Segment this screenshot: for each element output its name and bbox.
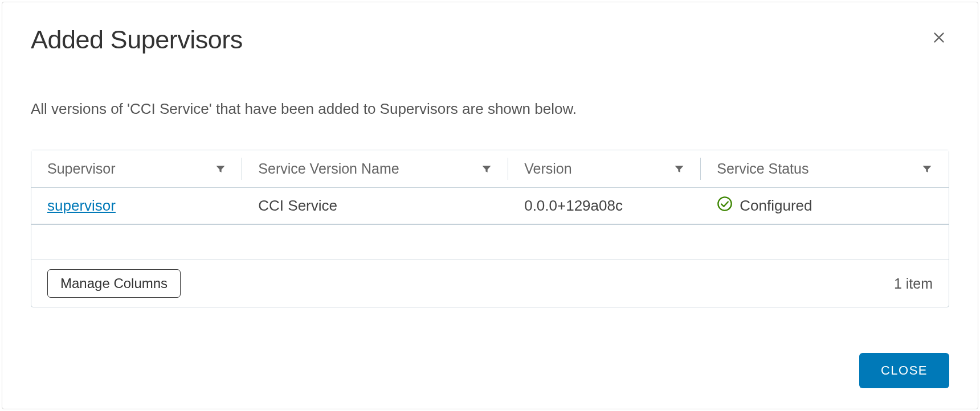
filter-icon[interactable]	[215, 163, 226, 175]
supervisor-link[interactable]: supervisor	[47, 197, 116, 214]
column-header-supervisor[interactable]: Supervisor	[31, 150, 242, 188]
column-label: Service Version Name	[258, 161, 399, 177]
close-button[interactable]: CLOSE	[859, 353, 949, 388]
cell-supervisor: supervisor	[31, 188, 242, 225]
supervisors-table-wrapper: Supervisor Service Version Name	[31, 150, 949, 307]
cell-service-status: Configured	[701, 188, 949, 225]
close-icon	[931, 30, 947, 47]
table-footer: Manage Columns 1 item	[31, 260, 949, 307]
item-count: 1 item	[894, 276, 933, 292]
table-row: supervisor CCI Service 0.0.0+129a08c	[31, 188, 949, 225]
column-label: Service Status	[717, 161, 808, 177]
column-header-version[interactable]: Version	[508, 150, 701, 188]
supervisors-table: Supervisor Service Version Name	[31, 150, 949, 225]
table-spacer	[31, 225, 949, 260]
modal-header: Added Supervisors	[31, 25, 949, 55]
close-icon-button[interactable]	[929, 27, 949, 50]
filter-icon[interactable]	[481, 163, 492, 175]
cell-service-version-name: CCI Service	[242, 188, 508, 225]
column-header-service-status[interactable]: Service Status	[701, 150, 949, 188]
added-supervisors-modal: Added Supervisors All versions of 'CCI S…	[2, 2, 978, 409]
column-header-service-version-name[interactable]: Service Version Name	[242, 150, 508, 188]
filter-icon[interactable]	[673, 163, 685, 175]
check-circle-icon	[717, 196, 733, 216]
status-text: Configured	[740, 197, 812, 215]
svg-point-0	[718, 197, 732, 210]
cell-version: 0.0.0+129a08c	[508, 188, 701, 225]
column-label: Version	[524, 161, 571, 177]
filter-icon[interactable]	[921, 163, 933, 175]
modal-footer: CLOSE	[31, 332, 949, 388]
modal-title: Added Supervisors	[31, 25, 243, 55]
manage-columns-button[interactable]: Manage Columns	[47, 269, 181, 298]
column-label: Supervisor	[47, 161, 116, 177]
modal-description: All versions of 'CCI Service' that have …	[31, 100, 949, 118]
table-header-row: Supervisor Service Version Name	[31, 150, 949, 188]
